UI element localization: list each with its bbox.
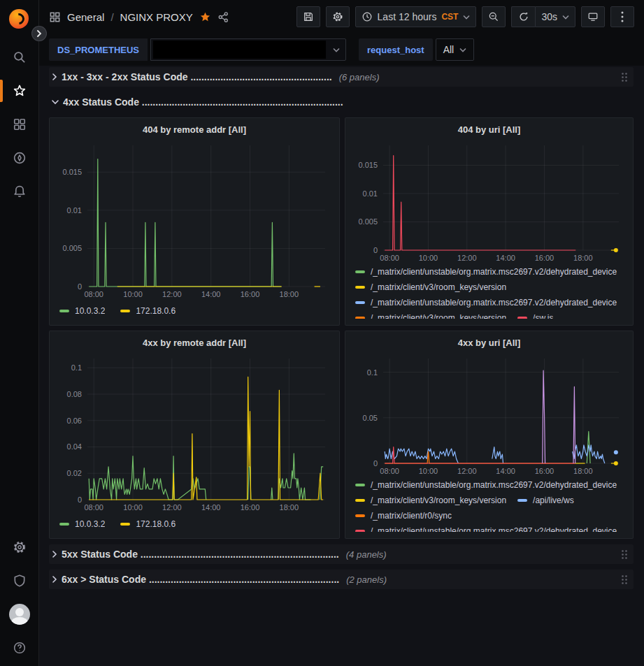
breadcrumb-separator: / — [110, 11, 113, 23]
svg-text:0.015: 0.015 — [358, 161, 378, 169]
row-drag-handle-icon[interactable] — [621, 574, 628, 585]
legend-item[interactable]: 172.18.0.6 — [120, 516, 176, 532]
chart-404-by-uri[interactable]: 08:0010:0012:0014:0016:0018:0000.0050.01… — [351, 140, 627, 264]
svg-text:0: 0 — [373, 459, 378, 468]
row-drag-handle-icon[interactable] — [621, 72, 628, 82]
panel-title[interactable]: 4xx by remote addr [All] — [55, 335, 334, 353]
svg-text:14:00: 14:00 — [496, 254, 515, 262]
row-4xx-status-code[interactable]: 4xx Status Code ........................… — [49, 92, 634, 112]
grafana-logo-icon[interactable] — [9, 9, 30, 30]
breadcrumb: General / NGINX PROXY — [49, 11, 229, 23]
svg-text:08:00: 08:00 — [84, 290, 103, 298]
legend-item[interactable]: /_matrix/client/unstable/org.matrix.msc2… — [355, 477, 617, 493]
legend-item[interactable]: /_matrix/client/unstable/org.matrix.msc2… — [355, 295, 617, 310]
legend-item[interactable]: /sw.js — [517, 310, 553, 319]
share-icon[interactable] — [217, 11, 229, 23]
chart-4xx-by-uri[interactable]: 08:0010:0012:0014:0016:0018:0000.050.1 — [351, 353, 627, 477]
sidebar-expand-button[interactable] — [31, 26, 47, 41]
row-panels-count: (2 panels) — [346, 574, 387, 585]
legend-label: /_matrix/client/unstable/org.matrix.msc2… — [371, 267, 617, 277]
kebab-menu-icon — [621, 11, 624, 22]
legend-swatch-icon — [517, 317, 527, 319]
variable-request-host-select[interactable]: All — [436, 38, 475, 61]
refresh-button[interactable] — [511, 6, 535, 27]
save-dashboard-button[interactable] — [296, 6, 320, 27]
zoom-out-icon — [488, 11, 499, 22]
chart-canvas: 08:0010:0012:0014:0016:0018:0000.0050.01… — [55, 140, 334, 301]
svg-text:0.01: 0.01 — [363, 189, 378, 198]
panel-4xx-by-uri: 4xx by uri [All] 08:0010:0012:0014:0016:… — [345, 331, 634, 539]
legend-label: 172.18.0.6 — [136, 519, 176, 529]
panel-title[interactable]: 404 by uri [All] — [351, 122, 627, 140]
sidebar-item-search[interactable] — [0, 41, 39, 74]
svg-text:0.01: 0.01 — [67, 206, 82, 215]
svg-text:18:00: 18:00 — [280, 290, 299, 298]
chart-legend: /_matrix/client/unstable/org.matrix.msc2… — [351, 264, 627, 319]
refresh-interval-picker[interactable]: 30s — [535, 6, 575, 27]
breadcrumb-section[interactable]: General — [67, 11, 104, 23]
dashboard-settings-button[interactable] — [326, 6, 350, 27]
star-icon — [13, 84, 27, 98]
svg-text:0.04: 0.04 — [67, 442, 82, 451]
sidebar-item-explore[interactable] — [0, 141, 39, 175]
svg-text:18:00: 18:00 — [573, 254, 593, 262]
chevron-down-icon — [463, 15, 470, 20]
zoom-out-time-button[interactable] — [482, 6, 506, 27]
more-options-button[interactable] — [610, 6, 634, 27]
panel-title[interactable]: 4xx by uri [All] — [351, 335, 627, 353]
legend-item[interactable]: /api/live/ws — [517, 493, 574, 508]
legend-item[interactable]: /_matrix/client/unstable/org.matrix.msc2… — [355, 264, 617, 280]
svg-text:0.02: 0.02 — [67, 469, 82, 477]
svg-text:10:00: 10:00 — [123, 290, 143, 298]
chart-4xx-by-remote-addr[interactable]: 08:0010:0012:0014:0016:0018:0000.020.040… — [55, 353, 334, 514]
svg-text:14:00: 14:00 — [201, 290, 221, 298]
panel-title[interactable]: 404 by remote addr [All] — [55, 122, 334, 140]
clock-icon — [362, 11, 373, 22]
sidebar-item-server-admin[interactable] — [0, 564, 39, 598]
chart-404-by-remote-addr[interactable]: 08:0010:0012:0014:0016:0018:0000.0050.01… — [55, 140, 334, 301]
legend-label: /_matrix/client/v3/room_keys/version — [371, 282, 506, 292]
svg-text:0.06: 0.06 — [67, 417, 82, 425]
legend-item[interactable]: /_matrix/client/r0/sync — [355, 508, 452, 523]
cycle-view-mode-button[interactable] — [581, 6, 605, 27]
svg-text:0.005: 0.005 — [62, 244, 82, 252]
row-6xx-status-code[interactable]: 6xx > Status Code ......................… — [49, 570, 634, 589]
chevron-right-icon — [36, 30, 42, 37]
legend-item[interactable]: 172.18.0.6 — [120, 303, 176, 319]
row-5xx-status-code[interactable]: 5xx Status Code ........................… — [49, 544, 634, 564]
sidebar-item-profile[interactable] — [0, 598, 39, 631]
sidebar-item-alerting[interactable] — [0, 175, 39, 208]
chart-legend: 10.0.3.2172.18.0.6 — [55, 514, 334, 535]
panel-4xx-by-remote-addr: 4xx by remote addr [All] 08:0010:0012:00… — [49, 331, 340, 539]
legend-item[interactable]: /_matrix/client/v3/room_keys/version — [355, 493, 506, 508]
row-title: 6xx > Status Code ......................… — [62, 574, 339, 585]
dashboard-variables-bar: DS_PROMETHEUS request_host All — [39, 34, 644, 66]
gear-icon — [13, 540, 27, 554]
tv-monitor-icon — [587, 11, 599, 22]
favorite-star-icon[interactable] — [199, 11, 211, 23]
legend-item[interactable]: /_matrix/client/v3/room_keys/version — [355, 310, 506, 319]
svg-text:14:00: 14:00 — [496, 467, 515, 475]
legend-item[interactable]: /_matrix/client/unstable/org.matrix.msc2… — [355, 523, 617, 532]
svg-text:08:00: 08:00 — [380, 467, 399, 475]
sidebar-item-help[interactable] — [0, 631, 39, 665]
sidebar-item-starred[interactable] — [0, 74, 39, 108]
legend-swatch-icon — [355, 530, 365, 532]
legend-item[interactable]: 10.0.3.2 — [59, 303, 105, 319]
variable-label-request-host: request_host — [359, 38, 433, 61]
time-range-picker[interactable]: Last 12 hours CST — [355, 6, 477, 27]
sidebar-item-configuration[interactable] — [0, 530, 39, 564]
svg-text:18:00: 18:00 — [280, 503, 299, 512]
row-title: 5xx Status Code ........................… — [62, 549, 339, 560]
row-1xx-3xx-2xx-status-code[interactable]: 1xx - 3xx - 2xx Status Code ............… — [49, 67, 634, 87]
variable-datasource-value-redacted — [153, 41, 326, 59]
legend-item[interactable]: /_matrix/client/v3/room_keys/version — [355, 280, 506, 295]
variable-datasource-select[interactable] — [150, 38, 346, 61]
sidebar-item-dashboards[interactable] — [0, 108, 39, 141]
chart-legend: 10.0.3.2172.18.0.6 — [55, 301, 334, 321]
legend-item[interactable]: 10.0.3.2 — [59, 516, 105, 532]
breadcrumb-dashboard-title[interactable]: NGINX PROXY — [120, 11, 193, 23]
row-drag-handle-icon[interactable] — [621, 549, 628, 560]
panels-grid: 404 by remote addr [All] 08:0010:0012:00… — [49, 117, 634, 539]
chevron-down-icon — [333, 48, 340, 52]
